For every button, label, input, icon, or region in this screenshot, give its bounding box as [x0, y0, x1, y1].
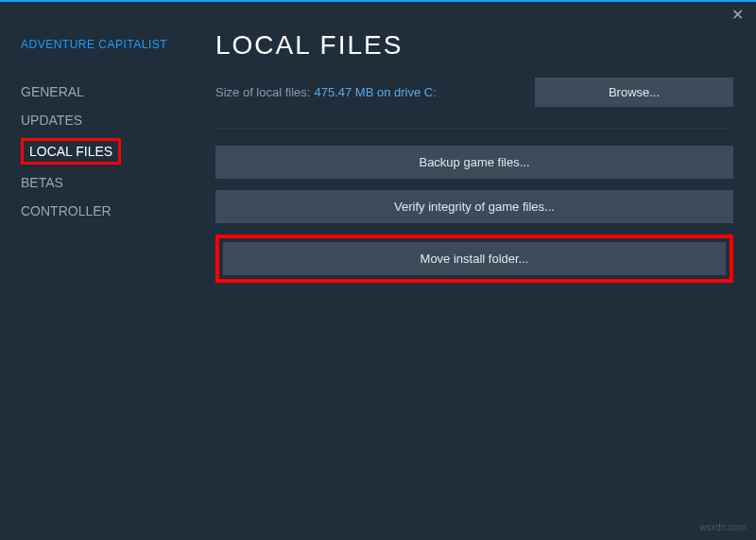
highlight-move-install: Move install folder...: [215, 235, 733, 283]
app-title: ADVENTURE CAPITALIST: [21, 38, 189, 51]
close-icon[interactable]: ✕: [728, 6, 747, 25]
watermark: wsxdn.com: [699, 522, 747, 532]
highlight-local-files: LOCAL FILES: [21, 138, 121, 165]
divider: [215, 128, 733, 129]
browse-button[interactable]: Browse...: [535, 78, 733, 107]
size-value: 475.47 MB on drive C:: [314, 85, 436, 99]
sidebar-item-general[interactable]: GENERAL: [21, 78, 189, 106]
sidebar-item-updates[interactable]: UPDATES: [21, 106, 189, 134]
size-info-row: Size of local files: 475.47 MB on drive …: [215, 78, 733, 107]
backup-button[interactable]: Backup game files...: [215, 146, 733, 179]
sidebar: ADVENTURE CAPITALIST GENERAL UPDATES LOC…: [0, 2, 189, 540]
sidebar-item-betas[interactable]: BETAS: [21, 168, 189, 197]
size-label: Size of local files:: [215, 85, 310, 99]
move-install-button[interactable]: Move install folder...: [223, 242, 726, 275]
main-panel: LOCAL FILES Size of local files: 475.47 …: [189, 2, 756, 540]
page-title: LOCAL FILES: [215, 30, 733, 61]
verify-button[interactable]: Verify integrity of game files...: [215, 190, 733, 223]
sidebar-item-controller[interactable]: CONTROLLER: [21, 197, 189, 225]
sidebar-item-local-files[interactable]: LOCAL FILES: [29, 143, 112, 160]
